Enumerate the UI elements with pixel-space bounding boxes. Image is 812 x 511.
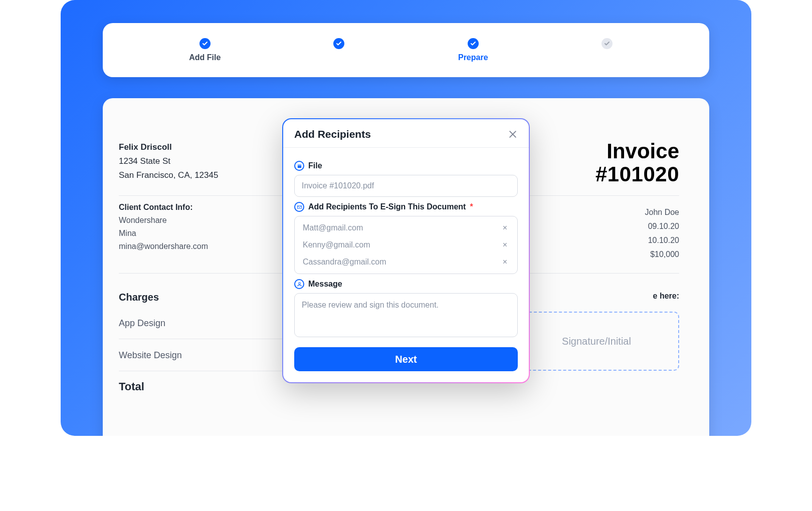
step-label: Prepare [458, 53, 488, 62]
signature-field[interactable]: Signature/Initial [514, 312, 679, 371]
recipients-list[interactable]: Matt@gmail.com × Kenny@gmail.com × Cassa… [294, 216, 518, 274]
add-recipients-modal: Add Recipients File Invoice #101020.pd [282, 118, 530, 383]
check-icon [601, 38, 613, 49]
recipient-row: Matt@gmail.com × [295, 219, 517, 236]
file-input[interactable]: Invoice #101020.pdf [294, 175, 518, 197]
recipient-email: Cassandra@gmail.com [303, 258, 386, 267]
sender-block: Felix Driscoll 1234 State St San Francis… [119, 140, 218, 186]
recipients-field-label: Add Recipients To E-Sign This Document* [294, 202, 518, 212]
remove-recipient-icon[interactable]: × [501, 240, 509, 249]
mail-icon [294, 202, 304, 212]
client-company: Wondershare [119, 216, 299, 225]
file-field-label: File [294, 161, 518, 171]
modal-title: Add Recipients [294, 128, 371, 140]
message-field-label: Message [294, 279, 518, 289]
remove-recipient-icon[interactable]: × [501, 223, 509, 232]
check-icon [468, 38, 479, 49]
sender-name: Felix Driscoll [119, 140, 218, 154]
recipient-row: Cassandra@gmail.com × [295, 253, 517, 271]
progress-stepper: Add File . Prepare . [103, 23, 709, 77]
recipient-email: Matt@gmail.com [303, 223, 363, 232]
sender-address-2: San Francisco, CA, 12345 [119, 168, 218, 182]
check-icon [199, 38, 211, 49]
user-icon [294, 279, 304, 289]
client-name: Mina [119, 229, 299, 238]
step-add-file[interactable]: Add File [138, 38, 272, 62]
recipient-email: Kenny@gmail.com [303, 240, 370, 249]
close-icon[interactable] [508, 129, 518, 139]
step-prepare[interactable]: Prepare [406, 38, 540, 62]
client-contact-header: Client Contact Info: [119, 203, 299, 212]
svg-point-2 [298, 282, 300, 284]
check-icon [333, 38, 344, 49]
invoice-title-block: Invoice #101020 [595, 140, 679, 186]
next-button[interactable]: Next [294, 347, 518, 371]
file-icon [294, 161, 304, 171]
app-canvas: Add File . Prepare . [61, 0, 751, 436]
required-star: * [470, 202, 473, 211]
client-email: mina@wondershare.com [119, 242, 299, 251]
recipient-row: Kenny@gmail.com × [295, 236, 517, 253]
invoice-title: Invoice [595, 140, 679, 162]
step-2[interactable]: . [272, 38, 407, 62]
remove-recipient-icon[interactable]: × [501, 258, 509, 267]
signature-placeholder: Signature/Initial [562, 336, 631, 347]
client-contact-block: Client Contact Info: Wondershare Mina mi… [119, 203, 299, 264]
sender-address-1: 1234 State St [119, 154, 218, 168]
message-input[interactable] [294, 293, 518, 337]
step-label: Add File [189, 53, 221, 62]
step-4[interactable]: . [540, 38, 675, 62]
invoice-number: #101020 [595, 162, 679, 186]
